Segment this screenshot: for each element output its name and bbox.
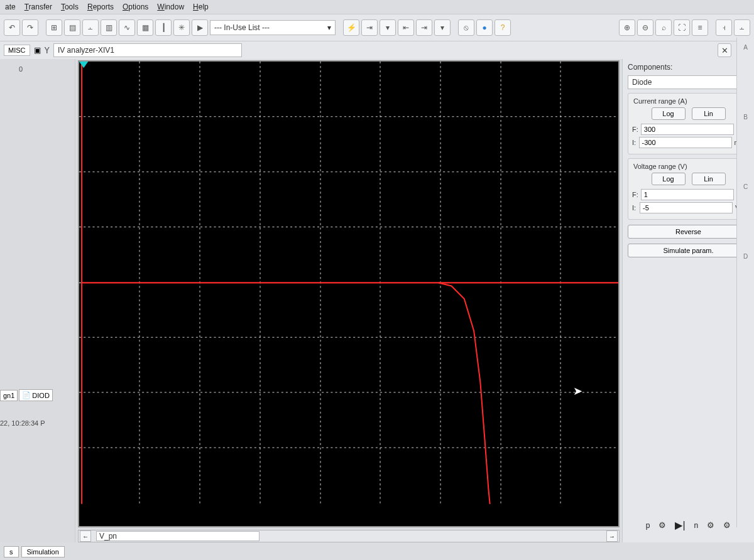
voltage-i-input[interactable] [640, 202, 733, 213]
voltage-f-label: F: [632, 191, 638, 198]
gear3-icon[interactable]: ⚙ [723, 520, 731, 530]
component-diagram: p ⚙ ▶| n ⚙ ⚙ [628, 519, 749, 539]
fwd-step-icon[interactable]: ⇥ [416, 19, 432, 36]
edge-b: B [743, 114, 748, 121]
dropdown2-icon[interactable]: ▾ [434, 19, 451, 36]
star-icon[interactable]: ✳ [173, 19, 190, 36]
reverse-button[interactable]: Reverse [628, 225, 749, 239]
right-edge-strip: A B C D [736, 38, 754, 527]
simulate-param-button[interactable]: Simulate param. [628, 244, 749, 257]
scroll-right-button[interactable]: → [606, 530, 618, 542]
gear2-icon[interactable]: ⚙ [707, 520, 714, 530]
control-panel: Components: Diode ▾ Current range (A) Lo… [622, 59, 754, 542]
plot-column: ➤ ← V_pn → [75, 59, 622, 542]
tab-diode[interactable]: 📄 DIOD [19, 389, 53, 401]
slider2-icon[interactable]: ⫠ [734, 19, 750, 36]
stop-icon[interactable]: ⦸ [458, 19, 474, 36]
menu-ate[interactable]: ate [5, 3, 16, 11]
edge-c: C [743, 183, 748, 190]
file-icon: 📄 [22, 391, 31, 399]
voltage-log-button[interactable]: Log [652, 173, 686, 185]
sub-toolbar: MISC ▣ Y IV analyzer-XIV1 ✕ [0, 41, 754, 59]
grid-icon[interactable]: ⊞ [46, 19, 62, 36]
menu-help[interactable]: Help [193, 3, 209, 11]
voltage-lin-button[interactable]: Lin [692, 173, 726, 185]
help-icon[interactable]: ? [494, 19, 511, 36]
components-dropdown[interactable]: Diode ▾ [628, 75, 749, 89]
current-i-label: I: [632, 139, 637, 146]
close-button[interactable]: ✕ [718, 43, 731, 57]
adjust-icon[interactable]: ⫠ [82, 19, 99, 36]
svg-text:➤: ➤ [573, 384, 582, 397]
slider1-icon[interactable]: ⫞ [716, 19, 732, 36]
back-step-icon[interactable]: ⇤ [398, 19, 414, 36]
panel-icon[interactable]: ▥ [101, 19, 117, 36]
menu-transfer[interactable]: Transfer [25, 3, 52, 11]
voltage-i-label: I: [632, 204, 637, 212]
in-use-dropdown[interactable]: --- In-Use List --- ▾ [210, 20, 336, 35]
plot-svg: ➤ [79, 62, 618, 504]
dot-icon[interactable]: ● [476, 19, 493, 36]
edge-a: A [743, 44, 748, 51]
zoom-in-icon[interactable]: ⊕ [619, 19, 635, 36]
menu-tools[interactable]: Tools [61, 3, 79, 11]
tab-simulation[interactable]: Simulation [21, 546, 65, 557]
list-icon[interactable]: ≡ [692, 19, 708, 36]
components-label: Components: [628, 63, 749, 72]
undo-icon[interactable]: ↶ [4, 19, 20, 36]
wave-icon[interactable]: ∿ [119, 19, 135, 36]
diode-symbol-icon: ▶| [675, 519, 685, 531]
menu-reports[interactable]: Reports [87, 3, 114, 11]
menu-options[interactable]: Options [123, 3, 148, 11]
menu-bar: ate Transfer Tools Reports Options Windo… [0, 0, 754, 14]
workspace: 0 gn1 📄 DIOD 22, 10:28:34 P [0, 59, 754, 542]
step-icon[interactable]: ⇥ [361, 19, 378, 36]
pin-n-label: n [694, 521, 699, 530]
current-f-input[interactable] [641, 124, 734, 135]
grid2-icon[interactable]: ▤ [64, 19, 80, 36]
pin-p-label: p [646, 521, 650, 530]
instrument-title: IV analyzer-XIV1 [53, 43, 242, 57]
current-range-title: Current range (A) [632, 97, 745, 105]
left-column: 0 gn1 📄 DIOD 22, 10:28:34 P [0, 59, 75, 542]
tab-gn1[interactable]: gn1 [0, 390, 18, 401]
dropdown-icon[interactable]: ▾ [380, 19, 396, 36]
current-f-label: F: [632, 126, 638, 133]
table-icon[interactable]: ▦ [137, 19, 153, 36]
chevron-down-icon: ▾ [327, 23, 331, 32]
timestamp-label: 22, 10:28:34 P [0, 419, 45, 427]
x-variable-field[interactable]: V_pn [96, 531, 260, 541]
check-icon[interactable]: ⚡ [343, 19, 359, 36]
current-range-group: Current range (A) Log Lin F: mA I: mA [628, 93, 749, 154]
misc-tab[interactable]: MISC [4, 45, 30, 56]
zoom-fit-icon[interactable]: ⛶ [674, 19, 690, 36]
current-lin-button[interactable]: Lin [692, 107, 726, 120]
current-log-button[interactable]: Log [652, 107, 686, 120]
bottom-bar: s Simulation [0, 544, 68, 560]
scroll-left-button[interactable]: ← [80, 530, 91, 542]
iv-plot[interactable]: ➤ [78, 60, 620, 527]
current-i-input[interactable] [639, 137, 732, 148]
gear-icon[interactable]: ⚙ [658, 520, 666, 530]
fork-icon: Y [45, 45, 50, 55]
voltage-f-input[interactable] [641, 189, 734, 200]
redo-icon[interactable]: ↷ [22, 19, 38, 36]
zoom-region-icon[interactable]: ⌕ [655, 19, 672, 36]
menu-window[interactable]: Window [157, 3, 184, 11]
zoom-out-icon[interactable]: ⊖ [637, 19, 653, 36]
voltage-range-title: Voltage range (V) [632, 163, 745, 170]
run-icon[interactable]: ▶ [192, 19, 208, 36]
in-use-label: --- In-Use List --- [214, 23, 270, 32]
main-toolbar: ↶ ↷ ⊞ ▤ ⫠ ▥ ∿ ▦ ┃ ✳ ▶ --- In-Use List --… [0, 14, 754, 41]
tab-s[interactable]: s [4, 546, 19, 557]
chip-icon: ▣ [34, 46, 41, 55]
y-axis-zero: 0 [19, 65, 23, 73]
voltage-range-group: Voltage range (V) Log Lin F: V I: V [628, 158, 749, 220]
ruler-icon[interactable]: ┃ [155, 19, 172, 36]
x-axis-bar: ← V_pn → [78, 530, 620, 542]
edge-d: D [743, 253, 748, 260]
